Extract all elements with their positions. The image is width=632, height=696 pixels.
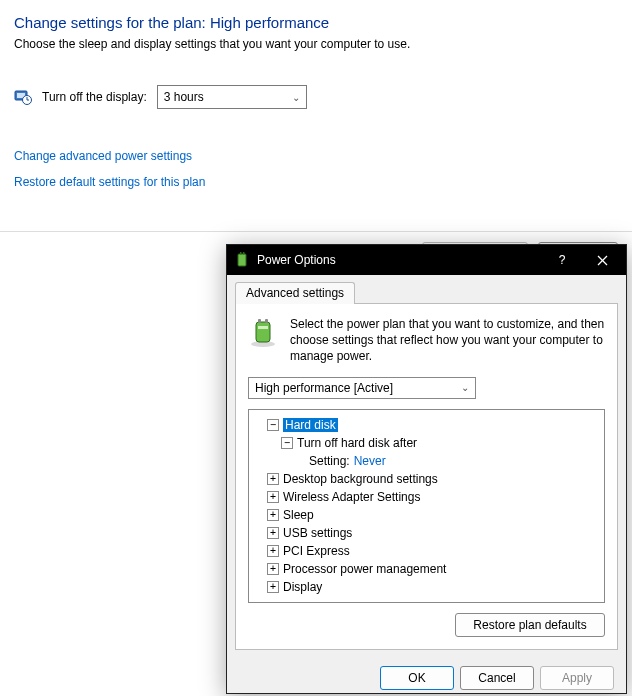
svg-rect-12 bbox=[258, 319, 261, 323]
tree-label: Wireless Adapter Settings bbox=[283, 490, 420, 504]
page-subtitle: Choose the sleep and display settings th… bbox=[14, 37, 618, 51]
expand-icon[interactable]: + bbox=[267, 545, 279, 557]
restore-defaults-link[interactable]: Restore default settings for this plan bbox=[14, 175, 618, 189]
tree-item-hard-disk[interactable]: − Hard disk bbox=[253, 416, 600, 434]
tree-label: Display bbox=[283, 580, 322, 594]
chevron-down-icon: ⌄ bbox=[461, 382, 469, 393]
expand-icon[interactable]: + bbox=[267, 581, 279, 593]
collapse-icon[interactable]: − bbox=[281, 437, 293, 449]
tree-label: PCI Express bbox=[283, 544, 350, 558]
page-title: Change settings for the plan: High perfo… bbox=[14, 14, 618, 31]
expand-icon[interactable]: + bbox=[267, 563, 279, 575]
tree-item[interactable]: +Wireless Adapter Settings bbox=[253, 488, 600, 506]
dialog-description: Select the power plan that you want to c… bbox=[290, 316, 605, 365]
expand-icon[interactable]: + bbox=[267, 527, 279, 539]
chevron-down-icon: ⌄ bbox=[292, 92, 300, 103]
ok-button[interactable]: OK bbox=[380, 666, 454, 690]
tree-label: Hard disk bbox=[283, 418, 338, 432]
power-plan-select[interactable]: High performance [Active] ⌄ bbox=[248, 377, 476, 399]
power-options-icon bbox=[235, 252, 251, 268]
power-options-dialog: Power Options ? Advanced settings bbox=[226, 244, 627, 694]
tree-setting-label: Setting: bbox=[309, 454, 350, 468]
tree-item[interactable]: +PCI Express bbox=[253, 542, 600, 560]
tree-item[interactable]: +USB settings bbox=[253, 524, 600, 542]
advanced-power-settings-link[interactable]: Change advanced power settings bbox=[14, 149, 618, 163]
expand-icon[interactable]: + bbox=[267, 509, 279, 521]
close-icon bbox=[597, 255, 608, 266]
help-button[interactable]: ? bbox=[542, 245, 582, 275]
dialog-title: Power Options bbox=[257, 253, 542, 267]
tree-label: Turn off hard disk after bbox=[297, 436, 417, 450]
tree-setting-value[interactable]: Never bbox=[354, 454, 386, 468]
tree-item[interactable]: +Sleep bbox=[253, 506, 600, 524]
tree-item-setting[interactable]: Setting: Never bbox=[253, 452, 600, 470]
tree-label: Processor power management bbox=[283, 562, 446, 576]
tree-label: Sleep bbox=[283, 508, 314, 522]
svg-rect-14 bbox=[258, 326, 268, 329]
display-sleep-icon bbox=[14, 88, 32, 106]
turnoff-display-select[interactable]: 3 hours ⌄ bbox=[157, 85, 307, 109]
svg-rect-6 bbox=[240, 252, 242, 255]
dialog-titlebar[interactable]: Power Options ? bbox=[227, 245, 626, 275]
dialog-cancel-button[interactable]: Cancel bbox=[460, 666, 534, 690]
tree-item-turn-off-hdd[interactable]: − Turn off hard disk after bbox=[253, 434, 600, 452]
tree-label: Desktop background settings bbox=[283, 472, 438, 486]
battery-icon bbox=[248, 316, 280, 348]
expand-icon[interactable]: + bbox=[267, 473, 279, 485]
restore-plan-defaults-button[interactable]: Restore plan defaults bbox=[455, 613, 605, 637]
tree-item[interactable]: +Processor power management bbox=[253, 560, 600, 578]
tree-item[interactable]: +Desktop background settings bbox=[253, 470, 600, 488]
svg-rect-5 bbox=[238, 254, 246, 266]
apply-button: Apply bbox=[540, 666, 614, 690]
turnoff-display-label: Turn off the display: bbox=[42, 90, 147, 104]
tree-item[interactable]: +Display bbox=[253, 578, 600, 596]
svg-rect-11 bbox=[256, 322, 270, 342]
collapse-icon[interactable]: − bbox=[267, 419, 279, 431]
svg-rect-13 bbox=[265, 319, 268, 323]
power-plan-value: High performance [Active] bbox=[255, 381, 393, 395]
settings-tree[interactable]: − Hard disk − Turn off hard disk after S… bbox=[248, 409, 605, 603]
expand-icon[interactable]: + bbox=[267, 491, 279, 503]
tab-advanced-settings[interactable]: Advanced settings bbox=[235, 282, 355, 304]
help-icon: ? bbox=[559, 253, 566, 267]
close-button[interactable] bbox=[582, 245, 622, 275]
tree-label: USB settings bbox=[283, 526, 352, 540]
svg-rect-7 bbox=[243, 252, 245, 255]
turnoff-display-value: 3 hours bbox=[164, 90, 204, 104]
